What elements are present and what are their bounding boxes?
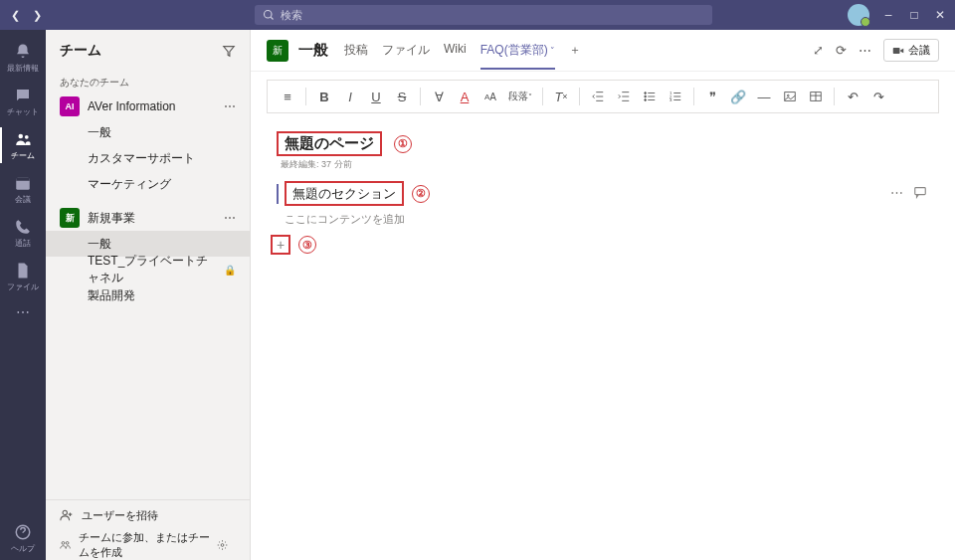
svg-point-2 — [19, 133, 24, 138]
rail-teams[interactable]: チーム — [0, 123, 46, 167]
highlight-button[interactable]: ∀ — [427, 85, 451, 108]
team-more-icon[interactable]: ⋯ — [224, 211, 236, 225]
hamburger-icon[interactable]: ≡ — [276, 85, 299, 108]
page-title-box[interactable]: 無題のページ — [277, 131, 382, 156]
lock-icon: 🔒 — [224, 265, 236, 276]
svg-text:3: 3 — [669, 97, 672, 102]
strike-button[interactable]: S — [390, 85, 414, 108]
video-icon — [892, 45, 904, 57]
invite-users[interactable]: ユーザーを招待 — [46, 500, 250, 530]
section-more-icon[interactable]: ⋯ — [890, 185, 903, 202]
svg-point-0 — [265, 11, 273, 19]
team-shinki[interactable]: 新 新規事業 ⋯ — [46, 205, 250, 231]
join-icon — [60, 538, 71, 552]
channel-private[interactable]: TEST_プライベートチャネル🔒 — [46, 257, 250, 282]
link-button[interactable]: 🔗 — [726, 85, 750, 108]
team-shinki-icon: 新 — [60, 208, 80, 228]
clear-format-button[interactable]: T× — [549, 85, 573, 108]
teams-icon — [14, 130, 32, 148]
more-icon[interactable]: ⋯ — [859, 43, 871, 58]
window-close-icon[interactable]: ✕ — [933, 8, 947, 22]
team-aver-label: AVer Information — [88, 99, 176, 113]
gear-icon[interactable] — [217, 538, 228, 552]
rail-help[interactable]: ヘルプ — [0, 516, 46, 560]
svg-point-12 — [645, 93, 647, 94]
team-more-icon[interactable]: ⋯ — [224, 99, 236, 113]
outdent-button[interactable] — [586, 85, 610, 108]
team-shinki-label: 新規事業 — [88, 210, 135, 227]
tab-faq[interactable]: FAQ(営業部)˅ — [480, 32, 555, 70]
svg-point-9 — [66, 542, 69, 545]
expand-icon[interactable]: ⤢ — [813, 43, 824, 58]
filter-icon[interactable] — [222, 44, 236, 58]
rail-files[interactable]: ファイル — [0, 255, 46, 298]
tab-files[interactable]: ファイル — [382, 32, 430, 70]
italic-button[interactable]: I — [338, 85, 362, 108]
fontcolor-button[interactable]: A — [453, 85, 477, 108]
team-aver[interactable]: AI AVer Information ⋯ — [46, 93, 250, 119]
channel-marketing[interactable]: マーケティング — [46, 171, 250, 197]
section-comment-icon[interactable] — [913, 185, 927, 202]
search-icon — [263, 9, 275, 21]
rail-meetings[interactable]: 会議 — [0, 167, 46, 211]
undo-button[interactable]: ↶ — [841, 85, 864, 108]
svg-point-10 — [221, 544, 224, 547]
table-button[interactable] — [804, 85, 828, 108]
page-title: 無題のページ — [285, 134, 374, 151]
svg-point-3 — [25, 134, 29, 138]
search-placeholder: 検索 — [281, 8, 302, 23]
invite-label: ユーザーを招待 — [82, 508, 158, 523]
search-input[interactable]: 検索 — [255, 5, 712, 25]
join-label: チームに参加、またはチームを作成 — [79, 530, 217, 560]
rail-calls[interactable]: 通話 — [0, 211, 46, 255]
callout-2: ② — [412, 185, 430, 203]
svg-line-1 — [271, 17, 273, 19]
window-minimize-icon[interactable]: – — [881, 8, 895, 22]
svg-point-13 — [645, 95, 647, 97]
bullet-list-button[interactable] — [638, 85, 662, 108]
svg-rect-21 — [915, 188, 926, 195]
channel-dev[interactable]: 製品開発 — [46, 282, 250, 308]
redo-button[interactable]: ↷ — [866, 85, 890, 108]
invite-icon — [60, 508, 74, 522]
window-maximize-icon[interactable]: □ — [907, 8, 921, 22]
paragraph-button[interactable]: 段落 ˅ — [504, 85, 536, 108]
image-button[interactable] — [778, 85, 802, 108]
meet-button[interactable]: 会議 — [883, 39, 939, 62]
svg-point-14 — [645, 99, 647, 101]
number-list-button[interactable]: 123 — [664, 85, 687, 108]
rail-teams-label: チーム — [11, 150, 35, 161]
callout-3: ③ — [298, 236, 316, 254]
quote-button[interactable]: ❞ — [700, 85, 724, 108]
add-section-button[interactable]: + — [271, 235, 290, 255]
bold-button[interactable]: B — [312, 85, 336, 108]
content-placeholder[interactable]: ここにコンテンツを追加 — [285, 212, 939, 227]
sidebar-title: チーム — [60, 42, 101, 60]
channel-support[interactable]: カスタマーサポート — [46, 145, 250, 171]
phone-icon — [14, 218, 32, 236]
rail-more[interactable]: ⋯ — [0, 298, 46, 326]
rail-chat[interactable]: チャット — [0, 80, 46, 123]
indent-button[interactable] — [612, 85, 636, 108]
section-title-box[interactable]: 無題のセクション — [285, 181, 404, 206]
help-icon — [14, 523, 32, 541]
nav-forward-icon[interactable]: ❯ — [30, 8, 44, 22]
svg-point-8 — [62, 542, 65, 545]
fontsize-button[interactable]: AA — [478, 85, 502, 108]
join-create-team[interactable]: チームに参加、またはチームを作成 — [46, 530, 250, 560]
add-tab[interactable]: ＋ — [569, 32, 581, 70]
callout-1: ① — [394, 135, 412, 153]
tab-posts[interactable]: 投稿 — [344, 32, 368, 70]
refresh-icon[interactable]: ⟳ — [836, 43, 847, 58]
underline-button[interactable]: U — [364, 85, 388, 108]
nav-back-icon[interactable]: ❮ — [8, 8, 22, 22]
hr-button[interactable]: ― — [752, 85, 776, 108]
rail-calls-label: 通話 — [15, 238, 31, 249]
chat-icon — [14, 87, 32, 104]
channel-general-1[interactable]: 一般 — [46, 119, 250, 145]
avatar[interactable] — [848, 4, 869, 26]
chevron-down-icon: ˅ — [550, 46, 555, 56]
file-icon — [14, 262, 32, 280]
tab-wiki[interactable]: Wiki — [444, 32, 467, 70]
rail-activity[interactable]: 最新情報 — [0, 36, 46, 80]
